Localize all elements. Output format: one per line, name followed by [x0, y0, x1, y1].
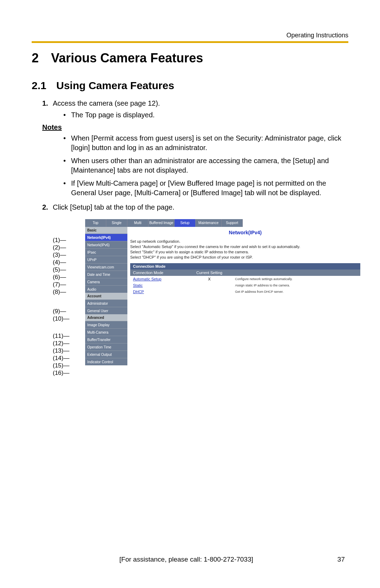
tab-maintenance[interactable]: Maintenance	[196, 219, 222, 227]
callout-16: (16)—	[53, 369, 69, 377]
notes-heading: Notes	[42, 123, 348, 131]
sidebar-item-image-display[interactable]: Image Display	[85, 321, 127, 328]
sidebar-item-operation-time[interactable]: Operation Time	[85, 343, 127, 351]
tab-support[interactable]: Support	[222, 219, 243, 227]
chapter-number: 2	[32, 51, 51, 66]
callout-11: (11)—	[53, 332, 69, 340]
section-heading: 2.1Using Camera Features	[32, 80, 348, 92]
note-automatic: Configure network settings automatically…	[232, 276, 360, 282]
tab-single[interactable]: Single	[106, 219, 127, 227]
callout-3: (3)—	[53, 251, 69, 259]
current-dhcp	[186, 289, 232, 295]
step-1-number: 1.	[42, 99, 53, 108]
step-1-text: Access the camera (see page 12).	[53, 99, 160, 107]
sidebar-group-basic: Basic	[85, 227, 127, 234]
tab-buffered-image[interactable]: Buffered Image	[148, 219, 175, 227]
th-blank	[232, 270, 360, 276]
callout-7: (7)—	[53, 281, 69, 288]
sidebar-item-buffer-transfer[interactable]: Buffer/Transfer	[85, 336, 127, 343]
note-1: When [Permit access from guest users] is…	[63, 134, 348, 153]
top-tabs: Top Single Multi Buffered Image Setup Ma…	[85, 219, 363, 227]
sidebar-item-date-time[interactable]: Date and Time	[85, 271, 127, 278]
callout-13: (13)—	[53, 347, 69, 354]
link-dhcp[interactable]: DHCP	[133, 290, 144, 294]
main-panel-title: Network(IPv4)	[130, 227, 360, 239]
setup-main-panel: Network(IPv4) Set up network configurati…	[127, 227, 363, 365]
callout-1: (1)—	[53, 236, 69, 244]
callout-10: (10)—	[53, 315, 69, 322]
callout-14: (14)—	[53, 354, 69, 362]
row-dhcp: DHCP Get IP address from DHCP server.	[130, 289, 360, 295]
step-1-sub-1: The Top page is displayed.	[63, 110, 348, 120]
section-number: 2.1	[32, 80, 56, 92]
sidebar-item-camera[interactable]: Camera	[85, 278, 127, 285]
step-2-number: 2.	[42, 203, 53, 212]
note-dhcp: Get IP address from DHCP server.	[232, 289, 360, 295]
setup-sidebar: Basic Network(IPv4) Network(IPv6) IPsec …	[85, 227, 127, 365]
link-automatic-setup[interactable]: Automatic Setup	[133, 277, 162, 281]
current-automatic: X	[186, 276, 232, 282]
chapter-heading: 2Various Camera Features	[32, 51, 348, 66]
sidebar-item-administrator[interactable]: Administrator	[85, 299, 127, 307]
connection-mode-table: Connection Mode Current Setting Automati…	[130, 270, 360, 295]
callout-15: (15)—	[53, 362, 69, 369]
sidebar-item-indicator-control[interactable]: Indicator Control	[85, 358, 127, 365]
sidebar-item-general-user[interactable]: General User	[85, 307, 127, 314]
callout-numbers: (1)— (2)— (3)— (4)— (5)— (6)— (7)— (8)— …	[53, 229, 69, 377]
sidebar-item-audio[interactable]: Audio	[85, 285, 127, 293]
callout-12: (12)—	[53, 340, 69, 347]
page-footer: [For assistance, please call: 1-800-272-…	[0, 556, 380, 563]
callout-8: (8)—	[53, 288, 69, 296]
tab-multi[interactable]: Multi	[127, 219, 148, 227]
chapter-title: Various Camera Features	[51, 51, 203, 65]
setup-screenshot: Top Single Multi Buffered Image Setup Ma…	[85, 219, 363, 365]
note-2: When users other than an administrator a…	[63, 156, 348, 175]
row-automatic-setup: Automatic Setup X Configure network sett…	[130, 276, 360, 282]
header-rule	[32, 41, 348, 43]
sidebar-group-account: Account	[85, 293, 127, 299]
sidebar-group-advanced: Advanced	[85, 314, 127, 321]
callout-4: (4)—	[53, 259, 69, 266]
step-1: 1.Access the camera (see page 12). The T…	[42, 99, 348, 120]
sidebar-item-external-output[interactable]: External Output	[85, 351, 127, 358]
sidebar-item-network-ipv6[interactable]: Network(IPv6)	[85, 241, 127, 248]
running-head: Operating Instructions	[32, 32, 348, 39]
note-static: Assign static IP address to the camera.	[232, 282, 360, 289]
sidebar-item-ipsec[interactable]: IPsec	[85, 248, 127, 256]
link-static[interactable]: Static	[133, 283, 143, 287]
footer-assist: [For assistance, please call: 1-800-272-…	[35, 556, 337, 563]
step-2: 2.Click [Setup] tab at the top of the pa…	[42, 203, 348, 212]
callout-2: (2)—	[53, 244, 69, 251]
main-panel-description: Set up network configuration. Select "Au…	[130, 239, 360, 260]
callout-6: (6)—	[53, 273, 69, 281]
callout-9: (9)—	[53, 308, 69, 315]
tab-top[interactable]: Top	[85, 219, 106, 227]
sidebar-item-multi-camera[interactable]: Multi-Camera	[85, 328, 127, 336]
tab-setup[interactable]: Setup	[175, 219, 196, 227]
th-current-setting: Current Setting	[186, 270, 232, 276]
current-static	[186, 282, 232, 289]
note-3: If [View Multi-Camera page] or [View Buf…	[63, 179, 348, 198]
setup-screenshot-figure: (1)— (2)— (3)— (4)— (5)— (6)— (7)— (8)— …	[53, 219, 369, 365]
sidebar-item-viewnetcam[interactable]: Viewnetcam.com	[85, 263, 127, 271]
connection-mode-header: Connection Mode	[130, 263, 360, 270]
section-title: Using Camera Features	[56, 80, 174, 91]
step-2-text: Click [Setup] tab at the top of the page…	[53, 203, 175, 211]
callout-5: (5)—	[53, 266, 69, 273]
row-static: Static Assign static IP address to the c…	[130, 282, 360, 289]
th-connection-mode: Connection Mode	[130, 270, 186, 276]
sidebar-item-network-ipv4[interactable]: Network(IPv4)	[85, 234, 127, 241]
footer-page-number: 37	[337, 556, 345, 563]
sidebar-item-upnp[interactable]: UPnP	[85, 256, 127, 263]
